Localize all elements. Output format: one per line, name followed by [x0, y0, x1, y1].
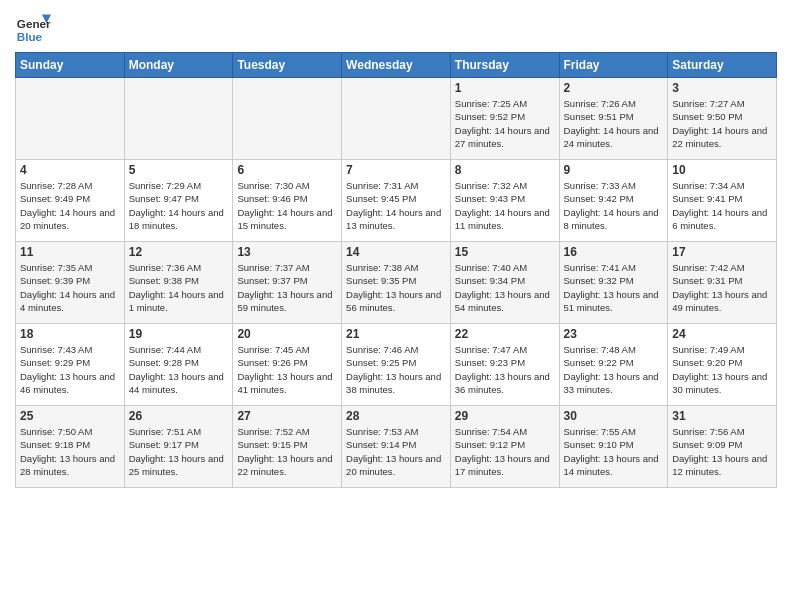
day-number: 8: [455, 163, 555, 177]
week-row-1: 1Sunrise: 7:25 AM Sunset: 9:52 PM Daylig…: [16, 78, 777, 160]
calendar-cell: 23Sunrise: 7:48 AM Sunset: 9:22 PM Dayli…: [559, 324, 668, 406]
logo-icon: General Blue: [15, 10, 51, 46]
calendar-cell: 26Sunrise: 7:51 AM Sunset: 9:17 PM Dayli…: [124, 406, 233, 488]
calendar-table: SundayMondayTuesdayWednesdayThursdayFrid…: [15, 52, 777, 488]
col-header-saturday: Saturday: [668, 53, 777, 78]
day-info: Sunrise: 7:33 AM Sunset: 9:42 PM Dayligh…: [564, 179, 664, 232]
calendar-cell: 6Sunrise: 7:30 AM Sunset: 9:46 PM Daylig…: [233, 160, 342, 242]
calendar-cell: 30Sunrise: 7:55 AM Sunset: 9:10 PM Dayli…: [559, 406, 668, 488]
day-number: 14: [346, 245, 446, 259]
day-info: Sunrise: 7:35 AM Sunset: 9:39 PM Dayligh…: [20, 261, 120, 314]
day-number: 30: [564, 409, 664, 423]
day-number: 27: [237, 409, 337, 423]
svg-text:Blue: Blue: [17, 30, 43, 43]
calendar-cell: [124, 78, 233, 160]
calendar-cell: 5Sunrise: 7:29 AM Sunset: 9:47 PM Daylig…: [124, 160, 233, 242]
calendar-cell: [342, 78, 451, 160]
day-number: 1: [455, 81, 555, 95]
week-row-2: 4Sunrise: 7:28 AM Sunset: 9:49 PM Daylig…: [16, 160, 777, 242]
day-info: Sunrise: 7:42 AM Sunset: 9:31 PM Dayligh…: [672, 261, 772, 314]
calendar-cell: 22Sunrise: 7:47 AM Sunset: 9:23 PM Dayli…: [450, 324, 559, 406]
day-info: Sunrise: 7:28 AM Sunset: 9:49 PM Dayligh…: [20, 179, 120, 232]
day-number: 10: [672, 163, 772, 177]
calendar-cell: 7Sunrise: 7:31 AM Sunset: 9:45 PM Daylig…: [342, 160, 451, 242]
day-info: Sunrise: 7:46 AM Sunset: 9:25 PM Dayligh…: [346, 343, 446, 396]
day-number: 16: [564, 245, 664, 259]
day-number: 12: [129, 245, 229, 259]
calendar-cell: 29Sunrise: 7:54 AM Sunset: 9:12 PM Dayli…: [450, 406, 559, 488]
calendar-cell: 3Sunrise: 7:27 AM Sunset: 9:50 PM Daylig…: [668, 78, 777, 160]
day-info: Sunrise: 7:45 AM Sunset: 9:26 PM Dayligh…: [237, 343, 337, 396]
calendar-cell: 20Sunrise: 7:45 AM Sunset: 9:26 PM Dayli…: [233, 324, 342, 406]
day-number: 28: [346, 409, 446, 423]
day-number: 2: [564, 81, 664, 95]
day-number: 20: [237, 327, 337, 341]
calendar-cell: 24Sunrise: 7:49 AM Sunset: 9:20 PM Dayli…: [668, 324, 777, 406]
calendar-cell: 14Sunrise: 7:38 AM Sunset: 9:35 PM Dayli…: [342, 242, 451, 324]
day-number: 4: [20, 163, 120, 177]
day-info: Sunrise: 7:25 AM Sunset: 9:52 PM Dayligh…: [455, 97, 555, 150]
day-info: Sunrise: 7:49 AM Sunset: 9:20 PM Dayligh…: [672, 343, 772, 396]
header-row: SundayMondayTuesdayWednesdayThursdayFrid…: [16, 53, 777, 78]
calendar-cell: 12Sunrise: 7:36 AM Sunset: 9:38 PM Dayli…: [124, 242, 233, 324]
day-number: 24: [672, 327, 772, 341]
col-header-friday: Friday: [559, 53, 668, 78]
day-info: Sunrise: 7:38 AM Sunset: 9:35 PM Dayligh…: [346, 261, 446, 314]
calendar-cell: 17Sunrise: 7:42 AM Sunset: 9:31 PM Dayli…: [668, 242, 777, 324]
day-info: Sunrise: 7:26 AM Sunset: 9:51 PM Dayligh…: [564, 97, 664, 150]
header: General Blue: [15, 10, 777, 46]
page: General Blue SundayMondayTuesdayWednesda…: [0, 0, 792, 498]
calendar-cell: 13Sunrise: 7:37 AM Sunset: 9:37 PM Dayli…: [233, 242, 342, 324]
day-number: 31: [672, 409, 772, 423]
col-header-thursday: Thursday: [450, 53, 559, 78]
day-info: Sunrise: 7:50 AM Sunset: 9:18 PM Dayligh…: [20, 425, 120, 478]
calendar-cell: 19Sunrise: 7:44 AM Sunset: 9:28 PM Dayli…: [124, 324, 233, 406]
calendar-cell: 2Sunrise: 7:26 AM Sunset: 9:51 PM Daylig…: [559, 78, 668, 160]
calendar-cell: 9Sunrise: 7:33 AM Sunset: 9:42 PM Daylig…: [559, 160, 668, 242]
calendar-cell: 15Sunrise: 7:40 AM Sunset: 9:34 PM Dayli…: [450, 242, 559, 324]
day-info: Sunrise: 7:44 AM Sunset: 9:28 PM Dayligh…: [129, 343, 229, 396]
day-number: 5: [129, 163, 229, 177]
logo: General Blue: [15, 10, 51, 46]
day-number: 26: [129, 409, 229, 423]
calendar-cell: 1Sunrise: 7:25 AM Sunset: 9:52 PM Daylig…: [450, 78, 559, 160]
calendar-cell: 4Sunrise: 7:28 AM Sunset: 9:49 PM Daylig…: [16, 160, 125, 242]
week-row-3: 11Sunrise: 7:35 AM Sunset: 9:39 PM Dayli…: [16, 242, 777, 324]
calendar-cell: 8Sunrise: 7:32 AM Sunset: 9:43 PM Daylig…: [450, 160, 559, 242]
day-info: Sunrise: 7:41 AM Sunset: 9:32 PM Dayligh…: [564, 261, 664, 314]
day-number: 25: [20, 409, 120, 423]
calendar-cell: 25Sunrise: 7:50 AM Sunset: 9:18 PM Dayli…: [16, 406, 125, 488]
week-row-5: 25Sunrise: 7:50 AM Sunset: 9:18 PM Dayli…: [16, 406, 777, 488]
day-number: 7: [346, 163, 446, 177]
day-number: 13: [237, 245, 337, 259]
calendar-cell: 18Sunrise: 7:43 AM Sunset: 9:29 PM Dayli…: [16, 324, 125, 406]
day-number: 29: [455, 409, 555, 423]
calendar-cell: 31Sunrise: 7:56 AM Sunset: 9:09 PM Dayli…: [668, 406, 777, 488]
day-number: 15: [455, 245, 555, 259]
day-number: 22: [455, 327, 555, 341]
day-info: Sunrise: 7:53 AM Sunset: 9:14 PM Dayligh…: [346, 425, 446, 478]
calendar-cell: 21Sunrise: 7:46 AM Sunset: 9:25 PM Dayli…: [342, 324, 451, 406]
day-info: Sunrise: 7:29 AM Sunset: 9:47 PM Dayligh…: [129, 179, 229, 232]
day-info: Sunrise: 7:56 AM Sunset: 9:09 PM Dayligh…: [672, 425, 772, 478]
day-number: 21: [346, 327, 446, 341]
day-info: Sunrise: 7:55 AM Sunset: 9:10 PM Dayligh…: [564, 425, 664, 478]
day-info: Sunrise: 7:43 AM Sunset: 9:29 PM Dayligh…: [20, 343, 120, 396]
col-header-sunday: Sunday: [16, 53, 125, 78]
day-number: 11: [20, 245, 120, 259]
day-info: Sunrise: 7:47 AM Sunset: 9:23 PM Dayligh…: [455, 343, 555, 396]
day-info: Sunrise: 7:27 AM Sunset: 9:50 PM Dayligh…: [672, 97, 772, 150]
col-header-monday: Monday: [124, 53, 233, 78]
calendar-cell: 16Sunrise: 7:41 AM Sunset: 9:32 PM Dayli…: [559, 242, 668, 324]
calendar-cell: 27Sunrise: 7:52 AM Sunset: 9:15 PM Dayli…: [233, 406, 342, 488]
col-header-wednesday: Wednesday: [342, 53, 451, 78]
calendar-cell: 10Sunrise: 7:34 AM Sunset: 9:41 PM Dayli…: [668, 160, 777, 242]
day-number: 23: [564, 327, 664, 341]
day-info: Sunrise: 7:34 AM Sunset: 9:41 PM Dayligh…: [672, 179, 772, 232]
day-info: Sunrise: 7:37 AM Sunset: 9:37 PM Dayligh…: [237, 261, 337, 314]
calendar-cell: 11Sunrise: 7:35 AM Sunset: 9:39 PM Dayli…: [16, 242, 125, 324]
day-number: 18: [20, 327, 120, 341]
day-info: Sunrise: 7:40 AM Sunset: 9:34 PM Dayligh…: [455, 261, 555, 314]
day-info: Sunrise: 7:32 AM Sunset: 9:43 PM Dayligh…: [455, 179, 555, 232]
day-number: 19: [129, 327, 229, 341]
